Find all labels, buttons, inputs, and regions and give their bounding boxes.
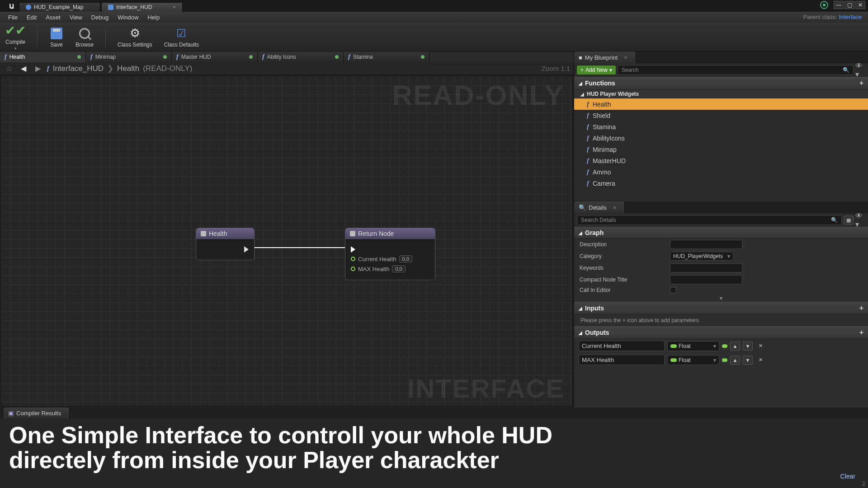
fn-tab-abilityicons[interactable]: fAbility Icons (258, 52, 344, 62)
fn-item-abilityicons[interactable]: fAbilityIcons (574, 132, 868, 144)
menu-bar: File Edit Asset View Debug Window Help (0, 12, 868, 23)
class-defaults-button[interactable]: ☑ Class Defaults (164, 26, 199, 48)
call-in-editor-checkbox[interactable] (670, 287, 676, 293)
doc-tab-label: HUD_Example_Map (34, 4, 83, 10)
fn-item-minimap[interactable]: fMinimap (574, 144, 868, 155)
close-icon[interactable]: × (624, 54, 627, 61)
menu-help[interactable]: Help (143, 13, 164, 22)
category-dropdown[interactable]: HUD_PlayerWidgets (670, 252, 733, 261)
fn-item-ammo[interactable]: fAmmo (574, 166, 868, 178)
param-name-input[interactable] (579, 355, 665, 365)
fn-item-camera[interactable]: fCamera (574, 178, 868, 189)
maximize-button[interactable]: ▢ (844, 1, 854, 9)
save-button[interactable]: Save (49, 26, 64, 48)
add-new-button[interactable]: +Add New▾ (577, 66, 616, 75)
fn-tab-health[interactable]: fHealth (0, 52, 86, 62)
close-icon[interactable]: × (613, 204, 617, 211)
keywords-input[interactable] (670, 263, 742, 272)
class-settings-button[interactable]: ⚙ Class Settings (118, 26, 152, 48)
view-options-button[interactable]: 👁▾ (855, 216, 865, 225)
close-icon[interactable]: × (173, 4, 176, 10)
menu-edit[interactable]: Edit (22, 13, 41, 22)
my-blueprint-search[interactable]: Search🔍 (618, 65, 854, 75)
expand-advanced-button[interactable]: ▼ (574, 295, 868, 302)
graph-section[interactable]: ◢Graph (574, 227, 868, 239)
inputs-section[interactable]: ◢Inputs+ (574, 302, 868, 314)
menu-file[interactable]: File (4, 13, 22, 22)
menu-view[interactable]: View (65, 13, 87, 22)
add-function-button[interactable]: + (859, 79, 863, 87)
type-pill-icon (670, 358, 677, 362)
doc-tab-label: Interface_HUD (116, 4, 152, 10)
menu-window[interactable]: Window (113, 13, 143, 22)
compile-button[interactable]: ✔✔ Compile ▾ (5, 23, 25, 51)
param-name-input[interactable] (579, 341, 665, 351)
clear-button[interactable]: Clear (840, 473, 855, 480)
description-input[interactable] (670, 240, 742, 249)
fn-item-stamina[interactable]: fStamina (574, 121, 868, 132)
outputs-section[interactable]: ◢Outputs+ (574, 326, 868, 339)
move-up-button[interactable]: ▲ (730, 342, 740, 351)
overlay-caption-1: One Simple Interface to controll your wh… (9, 423, 859, 448)
remove-param-button[interactable]: ✕ (755, 342, 765, 351)
output-param-row: Float ▲ ▼ ✕ (574, 353, 868, 367)
breadcrumb-leaf[interactable]: Health (117, 64, 139, 73)
move-down-button[interactable]: ▼ (743, 356, 753, 365)
compiler-results-tab[interactable]: ▣Compiler Results (4, 408, 70, 418)
browse-button[interactable]: Browse (75, 26, 94, 48)
function-list: fHealth fShield fStamina fAbilityIcons f… (574, 99, 868, 189)
node-return[interactable]: Return Node Current Health0,0 MAX Health… (345, 228, 435, 280)
readonly-label: (READ-ONLY) (143, 64, 192, 73)
doc-tab-map[interactable]: HUD_Example_Map (19, 2, 100, 12)
fn-item-health[interactable]: fHealth (574, 99, 868, 110)
nav-forward-button[interactable]: ▶ (33, 64, 43, 73)
breadcrumb-root[interactable]: Interface_HUD (53, 64, 104, 73)
function-group[interactable]: ◢HUD Player Widgets (574, 89, 868, 99)
param-type-dropdown[interactable]: Float (667, 355, 719, 365)
function-icon: f (262, 53, 264, 61)
nav-back-button[interactable]: ◀ (18, 64, 29, 73)
node-health-entry[interactable]: Health (196, 228, 255, 260)
details-search[interactable]: Search Details🔍 (577, 215, 842, 225)
graph-canvas[interactable]: READ-ONLY INTERFACE Health Return Node C… (1, 76, 573, 407)
fn-tab-masterhud[interactable]: fMaster HUD (172, 52, 258, 62)
doc-tab-interface[interactable]: Interface_HUD × (101, 2, 183, 12)
exec-out-pin[interactable] (244, 246, 249, 253)
exec-in-pin[interactable] (351, 246, 355, 253)
details-icon: 🔍 (579, 204, 586, 211)
menu-asset[interactable]: Asset (41, 13, 65, 22)
blueprint-icon (108, 5, 113, 10)
folder-icon: ■ (579, 54, 582, 61)
view-options-button[interactable]: 👁▾ (855, 66, 865, 75)
expand-icon: ◢ (579, 330, 582, 335)
close-window-button[interactable]: ✕ (855, 1, 865, 9)
compact-title-input[interactable] (670, 275, 742, 284)
parent-class-link[interactable]: Interface (839, 14, 862, 20)
functions-category[interactable]: ◢Functions+ (574, 77, 868, 89)
expand-icon: ◢ (579, 306, 582, 311)
remove-param-button[interactable]: ✕ (755, 356, 765, 365)
add-input-button[interactable]: + (859, 304, 863, 312)
data-pin[interactable] (351, 257, 355, 261)
fn-tab-minimap[interactable]: fMinimap (86, 52, 172, 62)
plus-icon: + (580, 67, 584, 73)
function-icon: f (587, 157, 589, 164)
param-type-dropdown[interactable]: Float (667, 341, 719, 351)
details-tab[interactable]: 🔍Details× (574, 202, 625, 213)
fn-item-shield[interactable]: fShield (574, 110, 868, 121)
property-matrix-button[interactable]: ▦ (844, 216, 854, 225)
fn-tab-stamina[interactable]: fStamina (344, 52, 429, 62)
favorite-icon[interactable]: ☆ (4, 64, 14, 73)
fn-item-masterhud[interactable]: fMasterHUD (574, 155, 868, 166)
move-up-button[interactable]: ▲ (730, 356, 740, 365)
minimize-button[interactable]: — (834, 1, 844, 9)
move-down-button[interactable]: ▼ (743, 342, 753, 351)
menu-debug[interactable]: Debug (87, 13, 113, 22)
data-pin[interactable] (351, 267, 355, 271)
add-output-button[interactable]: + (859, 328, 863, 337)
my-blueprint-tab[interactable]: ■My Blueprint× (574, 52, 636, 63)
zoom-label: Zoom 1:1 (542, 65, 570, 72)
expand-icon: ◢ (579, 230, 582, 235)
type-pill-icon (670, 344, 677, 348)
readonly-watermark: READ-ONLY (392, 79, 564, 111)
